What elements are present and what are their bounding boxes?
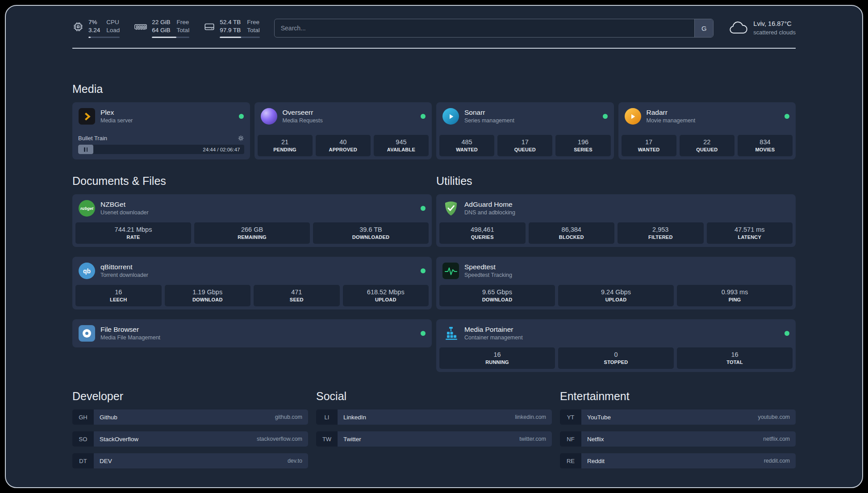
status-dot — [785, 331, 789, 336]
service-description: Movie management — [647, 117, 696, 124]
stat-latency: 47.571 ms LATENCY — [707, 222, 793, 244]
bookmark-url: linkedin.com — [515, 414, 546, 420]
bookmark-abbr: LI — [316, 409, 338, 425]
bookmark-linkedin[interactable]: LI LinkedIn linkedin.com — [316, 409, 552, 425]
portainer-icon — [442, 325, 459, 342]
playback-progress-bar: 24:44 / 02:06:47 — [78, 145, 244, 154]
section-media: Media Plex Media server — [72, 83, 796, 159]
bookmark-group-social: Social LI LinkedIn linkedin.com TW Twitt… — [316, 390, 552, 475]
disk-progress-bar — [220, 37, 260, 38]
memory-total-value: 64 GiB — [152, 26, 170, 34]
bookmark-twitter[interactable]: TW Twitter twitter.com — [316, 431, 552, 447]
topbar: 7% 3.24 CPU Load — [72, 17, 796, 40]
bookmark-youtube[interactable]: YT YouTube youtube.com — [560, 409, 796, 425]
service-card-overseerr[interactable]: Overseerr Media Requests 21 PENDING 40 A… — [255, 102, 432, 159]
bookmark-url: netflix.com — [763, 436, 790, 442]
service-card-portainer[interactable]: Media Portainer Container management 16 … — [436, 319, 796, 372]
disk-icon — [204, 21, 215, 33]
bookmark-dev[interactable]: DT DEV dev.to — [72, 453, 308, 468]
memory-free-label: Free — [177, 18, 190, 26]
stat-filtered: 2,953 FILTERED — [618, 222, 704, 244]
overseerr-icon — [261, 108, 277, 125]
disk-widget: 52.4 TB 97.9 TB Free Total — [204, 18, 260, 38]
service-description: Container management — [464, 334, 523, 341]
disk-free-label: Free — [247, 18, 260, 26]
bookmark-name: StackOverflow — [100, 436, 138, 443]
service-card-qbittorrent[interactable]: qb qBittorrent Torrent downloader 16 LEE… — [72, 257, 432, 309]
service-description: DNS and adblocking — [464, 209, 515, 216]
cpu-load-label: Load — [106, 26, 120, 34]
bookmark-abbr: YT — [560, 409, 581, 425]
stat-upload: 9.24 Gbps UPLOAD — [558, 285, 674, 306]
adguard-icon — [442, 200, 459, 217]
service-name: Sonarr — [464, 108, 514, 117]
settings-gear-icon[interactable] — [238, 135, 244, 142]
stat-ping: 0.993 ms PING — [677, 285, 793, 306]
social-section-title: Social — [316, 390, 552, 403]
cpu-widget: 7% 3.24 CPU Load — [72, 18, 120, 38]
service-card-plex[interactable]: Plex Media server Bullet Train — [72, 102, 250, 159]
cpu-progress-bar — [88, 37, 120, 38]
stat-blocked: 86,384 BLOCKED — [529, 222, 615, 244]
stat-rate: 744.21 Mbps RATE — [75, 222, 191, 244]
stat-movies: 834 MOVIES — [738, 135, 793, 156]
stat-download: 9.65 Gbps DOWNLOAD — [439, 285, 555, 306]
plex-icon — [79, 108, 95, 125]
stat-approved: 40 APPROVED — [316, 135, 371, 156]
bookmark-name: Github — [100, 414, 117, 421]
service-card-filebrowser[interactable]: File Browser Media File Management — [72, 319, 432, 347]
speedtest-icon — [442, 263, 459, 279]
utilities-section-title: Utilities — [436, 175, 796, 188]
bookmark-reddit[interactable]: RE Reddit reddit.com — [560, 453, 796, 468]
service-description: Media Requests — [283, 117, 323, 124]
stat-running: 16 RUNNING — [439, 347, 555, 369]
bookmark-url: stackoverflow.com — [257, 436, 302, 442]
now-playing-widget: Bullet Train 24:44 / 02:06:47 — [72, 135, 250, 159]
service-description: Media File Management — [100, 334, 160, 341]
weather-condition: scattered clouds — [753, 29, 796, 37]
status-dot — [421, 331, 426, 336]
bookmark-name: LinkedIn — [343, 414, 366, 421]
bookmark-abbr: DT — [72, 453, 94, 468]
dashboard-panel: 7% 3.24 CPU Load — [5, 5, 863, 488]
disk-total-label: Total — [247, 26, 260, 34]
bookmark-url: reddit.com — [764, 458, 790, 464]
cpu-label: CPU — [106, 18, 120, 26]
service-name: AdGuard Home — [464, 200, 515, 209]
search: G — [274, 19, 714, 38]
bookmark-netflix[interactable]: NF Netflix netflix.com — [560, 431, 796, 447]
bookmark-name: Twitter — [343, 436, 361, 443]
stat-queued: 22 QUEUED — [680, 135, 734, 156]
stat-stopped: 0 STOPPED — [558, 347, 674, 369]
service-card-sonarr[interactable]: Sonarr Series management 485 WANTED 17 Q… — [436, 102, 614, 159]
service-name: File Browser — [100, 325, 160, 334]
stat-wanted: 485 WANTED — [439, 135, 494, 156]
bookmark-abbr: RE — [560, 453, 581, 468]
bookmark-url: youtube.com — [758, 414, 790, 420]
pause-button[interactable] — [78, 145, 93, 154]
search-provider-button[interactable]: G — [694, 19, 713, 37]
service-card-radarr[interactable]: Radarr Movie management 17 WANTED 22 QUE… — [618, 102, 796, 159]
bookmark-abbr: TW — [316, 431, 338, 447]
memory-free-value: 22 GiB — [152, 18, 170, 26]
bookmark-github[interactable]: GH Github github.com — [72, 409, 308, 425]
stat-available: 945 AVAILABLE — [374, 135, 429, 156]
service-card-adguard[interactable]: AdGuard Home DNS and adblocking 498,461 … — [436, 194, 796, 247]
service-description: Speedtest Tracking — [464, 272, 512, 279]
service-name: Radarr — [647, 108, 696, 117]
service-card-speedtest[interactable]: Speedtest Speedtest Tracking 9.65 Gbps D… — [436, 257, 796, 309]
service-description: Torrent downloader — [100, 272, 148, 279]
status-dot — [421, 268, 426, 273]
bookmark-abbr: NF — [560, 431, 581, 447]
stat-series: 196 SERIES — [555, 135, 610, 156]
bookmark-name: Netflix — [587, 436, 604, 443]
status-dot — [421, 114, 426, 119]
stat-upload: 618.52 Mbps UPLOAD — [343, 285, 429, 306]
bookmark-stackoverflow[interactable]: SO StackOverflow stackoverflow.com — [72, 431, 308, 447]
service-card-nzbget[interactable]: nzbget NZBGet Usenet downloader 744.21 M… — [72, 194, 432, 247]
stat-pending: 21 PENDING — [258, 135, 313, 156]
search-input[interactable] — [274, 19, 714, 38]
stat-seed: 471 SEED — [254, 285, 340, 306]
bookmark-url: dev.to — [288, 458, 302, 464]
service-description: Series management — [464, 117, 514, 124]
